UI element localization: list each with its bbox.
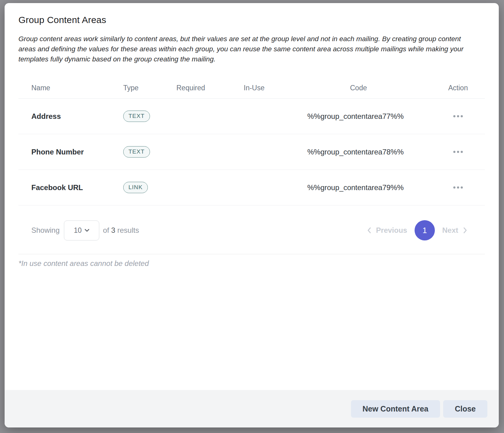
ellipsis-icon bbox=[453, 186, 455, 189]
total-results: 3 bbox=[111, 226, 115, 234]
column-header-name: Name bbox=[18, 84, 123, 92]
row-actions-button[interactable] bbox=[451, 184, 465, 191]
column-header-code: Code bbox=[307, 84, 410, 92]
ellipsis-icon bbox=[453, 151, 455, 153]
table-body: Address TEXT %%group_contentarea77%% bbox=[18, 99, 485, 205]
results-count: of 3 results bbox=[103, 226, 139, 235]
next-chevron-icon[interactable] bbox=[463, 227, 467, 234]
page-size-value: 10 bbox=[74, 226, 82, 235]
type-badge: LINK bbox=[123, 182, 148, 193]
showing-label: Showing bbox=[31, 226, 60, 235]
close-button[interactable]: Close bbox=[443, 400, 487, 418]
content-areas-table: Name Type Required In-Use Code Action Ad… bbox=[18, 78, 485, 205]
type-badge: TEXT bbox=[123, 111, 150, 122]
content-area-code: %%group_contentarea77%% bbox=[307, 112, 410, 121]
column-header-in-use: In-Use bbox=[244, 84, 307, 92]
content-area-name: Phone Number bbox=[18, 148, 123, 156]
content-area-name: Address bbox=[18, 112, 123, 121]
previous-chevron-icon[interactable] bbox=[367, 227, 371, 234]
divider bbox=[18, 254, 485, 254]
content-area-code: %%group_contentarea78%% bbox=[307, 148, 410, 156]
ellipsis-icon bbox=[453, 115, 455, 117]
group-content-areas-modal: Group Content Areas Group content areas … bbox=[5, 3, 499, 427]
content-area-code: %%group_contentarea79%% bbox=[307, 183, 410, 192]
row-actions-button[interactable] bbox=[451, 113, 465, 120]
page-1-button[interactable]: 1 bbox=[415, 220, 435, 240]
table-header-row: Name Type Required In-Use Code Action bbox=[18, 78, 485, 99]
modal-overlay: Group Content Areas Group content areas … bbox=[0, 0, 504, 433]
new-content-area-button[interactable]: New Content Area bbox=[351, 400, 440, 418]
modal-footer: New Content Area Close bbox=[5, 390, 499, 427]
type-badge: TEXT bbox=[123, 146, 150, 158]
column-header-required: Required bbox=[176, 84, 244, 92]
chevron-down-icon bbox=[85, 229, 89, 232]
pagination-bar: Showing 10 of 3 results Previous bbox=[18, 220, 485, 240]
column-header-action: Action bbox=[410, 84, 485, 92]
previous-button[interactable]: Previous bbox=[376, 226, 407, 235]
table-row: Facebook URL LINK %%group_contentarea79%… bbox=[18, 170, 485, 205]
modal-description: Group content areas work similarly to co… bbox=[18, 34, 476, 64]
footnote: *In use content areas cannot be deleted bbox=[18, 259, 485, 268]
table-row: Address TEXT %%group_contentarea77%% bbox=[18, 99, 485, 134]
next-button[interactable]: Next bbox=[442, 226, 458, 235]
column-header-type: Type bbox=[123, 84, 176, 92]
row-actions-button[interactable] bbox=[451, 148, 465, 155]
table-row: Phone Number TEXT %%group_contentarea78%… bbox=[18, 134, 485, 170]
pagination-controls: Previous 1 Next bbox=[367, 220, 467, 240]
modal-title: Group Content Areas bbox=[18, 15, 485, 25]
page-size-select[interactable]: 10 bbox=[64, 220, 99, 240]
content-area-name: Facebook URL bbox=[18, 183, 123, 192]
modal-body: Group Content Areas Group content areas … bbox=[5, 3, 499, 268]
pagination-summary: Showing 10 of 3 results bbox=[18, 220, 139, 240]
